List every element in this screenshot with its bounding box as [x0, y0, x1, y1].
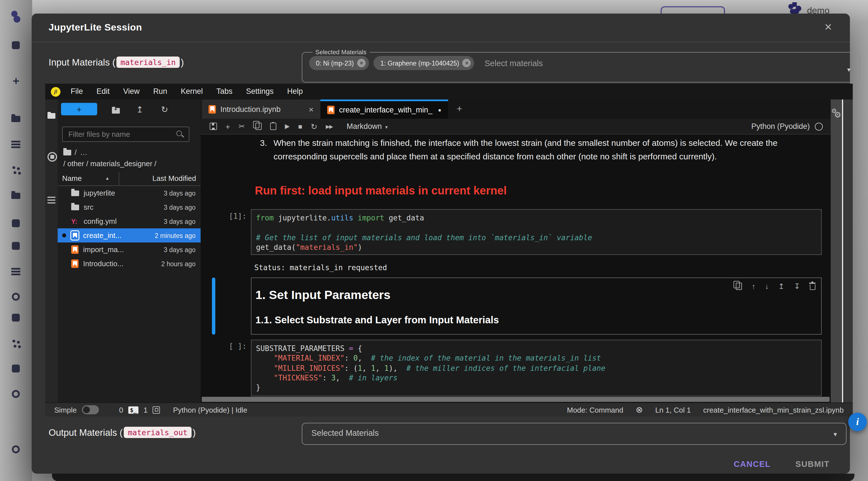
- lab-icon[interactable]: [9, 216, 23, 230]
- markdown-cell-selected[interactable]: ↑↓↥↧ 1. Set Input Parameters 1.1. Select…: [251, 277, 822, 335]
- select-materials-placeholder[interactable]: Select materials: [485, 59, 543, 67]
- move-up-icon[interactable]: ↑: [752, 282, 755, 291]
- add-icon[interactable]: +: [9, 74, 23, 88]
- file-browser-icon[interactable]: [48, 113, 55, 119]
- bank-icon[interactable]: [9, 311, 23, 325]
- globe-icon[interactable]: [9, 387, 23, 401]
- menu-file[interactable]: File: [64, 84, 90, 99]
- menu-edit[interactable]: Edit: [90, 84, 117, 99]
- file-row[interactable]: Introductio...2 hours ago: [58, 257, 200, 271]
- files-icon[interactable]: [9, 188, 23, 202]
- notebook-toolbar: +✂▶■↻▶▶ Markdown▾ Python (Pyodide): [200, 119, 831, 134]
- menu-settings[interactable]: Settings: [239, 84, 281, 99]
- file-row[interactable]: jupyterlite3 days ago: [58, 186, 200, 200]
- run-icon[interactable]: ▶: [285, 123, 290, 130]
- shield-x-icon[interactable]: ⊗: [636, 405, 643, 415]
- material-chip[interactable]: 0: Ni (mp-23)×: [309, 56, 369, 70]
- app-logo-icon[interactable]: [9, 10, 23, 24]
- code-cell-2[interactable]: SUBSTRATE_PARAMETERS = { "MATERIAL_INDEX…: [251, 340, 822, 396]
- mode-indicator[interactable]: Mode: Command: [567, 405, 623, 414]
- workspaces-icon[interactable]: [9, 38, 23, 52]
- insert-above-icon[interactable]: ↥: [778, 282, 784, 291]
- stop-icon[interactable]: ■: [298, 122, 302, 130]
- delete-icon[interactable]: [810, 282, 815, 290]
- cursor-position[interactable]: Ln 1, Col 1: [655, 405, 691, 414]
- right-scroll-strip[interactable]: [843, 99, 853, 402]
- image-icon[interactable]: [9, 239, 23, 253]
- copy-icon[interactable]: [253, 123, 261, 130]
- status-icon[interactable]: [9, 290, 23, 303]
- breadcrumb-path[interactable]: / other / materials_designer /: [63, 159, 157, 168]
- cell-output: Status: materials_in requested: [254, 263, 387, 272]
- insert-cell-icon[interactable]: +: [225, 122, 230, 131]
- refresh-icon[interactable]: ↻: [161, 104, 168, 115]
- remove-chip-icon[interactable]: ×: [463, 59, 471, 67]
- chevron-down-icon[interactable]: ▼: [846, 67, 851, 73]
- file-row[interactable]: src3 days ago: [58, 200, 200, 214]
- file-row[interactable]: import_ma...3 days ago: [58, 242, 200, 257]
- new-tab-button[interactable]: +: [451, 99, 468, 119]
- file-modified: 3 days ago: [164, 204, 200, 211]
- running-sessions-icon[interactable]: [48, 152, 57, 162]
- file-row[interactable]: create_int...2 minutes ago: [58, 228, 200, 242]
- close-tab-icon[interactable]: ×: [309, 104, 314, 114]
- submit-button[interactable]: SUBMIT: [795, 459, 830, 469]
- materials-out-code-chip: materials_out: [124, 427, 191, 438]
- filter-box: [62, 127, 189, 142]
- column-name[interactable]: Name: [62, 174, 82, 183]
- save-icon[interactable]: [210, 123, 217, 130]
- insert-below-icon[interactable]: ↧: [794, 282, 800, 291]
- team-icon[interactable]: [9, 336, 23, 350]
- column-last-modified[interactable]: Last Modified: [152, 174, 196, 183]
- gears-icon[interactable]: ⚙⚙: [831, 108, 843, 119]
- menu-run[interactable]: Run: [146, 84, 174, 99]
- tab-introduction[interactable]: Introduction.ipynb ×: [202, 99, 320, 119]
- close-icon[interactable]: ×: [825, 20, 832, 34]
- run-all-icon[interactable]: ▶▶: [326, 123, 333, 129]
- menu-kernel[interactable]: Kernel: [174, 84, 210, 99]
- kernel-status[interactable]: Python (Pyodide) | Idle: [173, 405, 248, 414]
- atoms-icon[interactable]: [9, 163, 23, 176]
- list-icon[interactable]: [9, 137, 23, 151]
- terminal-icon[interactable]: $_: [128, 406, 138, 414]
- code-cell-1[interactable]: from jupyterlite.utils import get_data #…: [251, 209, 822, 255]
- cancel-button[interactable]: CANCEL: [734, 459, 771, 469]
- remove-chip-icon[interactable]: ×: [357, 59, 366, 67]
- upload-icon[interactable]: ↥: [136, 104, 143, 115]
- menu-help[interactable]: Help: [280, 84, 310, 99]
- material-chip[interactable]: 1: Graphene (mp-1040425)×: [374, 56, 474, 70]
- yaml-file-icon: Y:: [71, 218, 79, 225]
- cut-icon[interactable]: ✂: [239, 122, 245, 130]
- home-folder-icon[interactable]: [63, 150, 71, 155]
- tab-create-interface[interactable]: create_interface_with_min_ ●: [320, 99, 448, 119]
- folder-icon[interactable]: [9, 111, 23, 125]
- notebook-icon: [71, 231, 79, 240]
- output-materials-select[interactable]: Selected Materials ▼: [302, 423, 846, 445]
- user-icon[interactable]: [9, 443, 23, 456]
- simple-mode-toggle[interactable]: [82, 405, 99, 414]
- chart-icon[interactable]: [9, 265, 23, 278]
- horizontal-scrollbar[interactable]: [202, 397, 830, 402]
- share-icon[interactable]: [9, 362, 23, 375]
- move-down-icon[interactable]: ↓: [765, 282, 769, 291]
- notebook-canvas[interactable]: 3. When the strain matching is finished,…: [200, 134, 831, 402]
- restart-icon[interactable]: ↻: [311, 122, 317, 131]
- dialog-title: JupyterLite Session: [49, 13, 142, 42]
- chevron-down-icon[interactable]: ▼: [832, 431, 838, 438]
- kernel-indicator[interactable]: Python (Pyodide): [751, 122, 831, 130]
- breadcrumb[interactable]: / …: [63, 148, 87, 156]
- new-folder-icon[interactable]: [112, 108, 120, 114]
- kernel-idle-icon: [815, 122, 823, 130]
- table-of-contents-icon[interactable]: [48, 196, 55, 204]
- new-launcher-button[interactable]: +: [61, 103, 97, 115]
- menu-tabs[interactable]: Tabs: [210, 84, 239, 99]
- kernel-chip-icon[interactable]: [153, 406, 160, 414]
- menu-view[interactable]: View: [116, 84, 146, 99]
- cell-type-dropdown[interactable]: Markdown▾: [347, 122, 388, 130]
- filter-files-input[interactable]: [67, 128, 171, 140]
- paste-icon[interactable]: [270, 123, 276, 130]
- info-button[interactable]: i: [848, 413, 867, 431]
- duplicate-icon[interactable]: [734, 282, 742, 290]
- selected-materials-field[interactable]: Selected Materials 0: Ni (mp-23)×1: Grap…: [302, 49, 860, 83]
- file-row[interactable]: Y:config.yml3 days ago: [58, 214, 200, 228]
